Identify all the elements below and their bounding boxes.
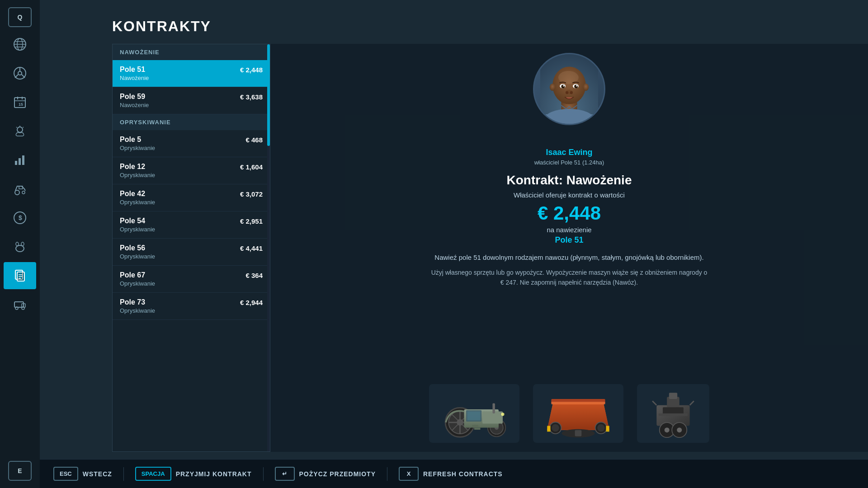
svg-point-23 xyxy=(22,191,25,194)
calendar-icon: 15 xyxy=(13,95,27,109)
contract-value: € 1,604 xyxy=(240,163,263,171)
contract-name: Pole 73 xyxy=(120,298,145,306)
contract-subtitle: Opryskiwanie xyxy=(120,307,263,314)
contract-subtitle: Nawożenie xyxy=(120,102,263,108)
svg-rect-87 xyxy=(606,426,609,432)
svg-point-6 xyxy=(18,71,22,75)
contract-value: € 4,441 xyxy=(240,244,263,252)
animals-icon xyxy=(13,239,27,254)
btn-pozycz[interactable]: ↵ POŻYCZ PRZEDMIOTY xyxy=(275,467,376,481)
dollar-icon: $ xyxy=(13,211,27,225)
contract-item-pole51[interactable]: Pole 51 € 2,448 Nawożenie xyxy=(113,60,270,87)
contract-for-text: na nawiezienie xyxy=(547,226,591,234)
btn-przyjmij[interactable]: SPACJA PRZYJMIJ KONTRAKT xyxy=(135,467,252,481)
sidebar-item-transport[interactable] xyxy=(4,291,36,318)
separator1 xyxy=(123,467,124,481)
svg-rect-68 xyxy=(493,404,495,414)
svg-rect-73 xyxy=(474,428,481,430)
sidebar-item-contracts[interactable] xyxy=(4,262,36,289)
label-refresh: REFRESH CONTRACTS xyxy=(423,470,503,478)
contract-title: Kontrakt: Nawożenie xyxy=(507,173,632,188)
bottom-bar: ESC WSTECZ SPACJA PRZYJMIJ KONTRAKT ↵ PO… xyxy=(40,459,868,488)
svg-rect-90 xyxy=(669,393,677,399)
svg-point-29 xyxy=(21,242,24,246)
contract-item-pole12[interactable]: Pole 12 € 1,604 Opryskiwanie xyxy=(113,157,270,184)
svg-text:15: 15 xyxy=(19,102,23,107)
contracts-icon xyxy=(13,268,27,283)
svg-line-18 xyxy=(16,127,17,128)
key-spacja: SPACJA xyxy=(135,467,171,481)
svg-rect-86 xyxy=(547,426,550,432)
key-x: X xyxy=(399,467,419,481)
person-name: Isaac Ewing xyxy=(546,148,592,157)
contract-value: € 2,448 xyxy=(240,66,263,74)
contract-item-pole56[interactable]: Pole 56 € 4,441 Opryskiwanie xyxy=(113,239,270,266)
sidebar-key-q[interactable]: Q xyxy=(8,7,32,27)
svg-point-52 xyxy=(570,91,573,94)
svg-rect-55 xyxy=(544,114,594,125)
sidebar-key-e[interactable]: E xyxy=(8,461,32,481)
category-header-nawozenie: NAWOŻENIE xyxy=(113,44,270,60)
sidebar-item-animals[interactable] xyxy=(4,233,36,260)
sidebar-item-vehicles[interactable] xyxy=(4,175,36,202)
transport-icon xyxy=(13,297,27,312)
svg-line-17 xyxy=(23,127,24,128)
svg-point-54 xyxy=(583,84,589,91)
svg-rect-20 xyxy=(19,158,21,165)
svg-point-47 xyxy=(574,84,578,88)
globe-icon xyxy=(13,37,27,52)
contract-name: Pole 59 xyxy=(120,93,145,101)
contract-item-pole59[interactable]: Pole 59 € 3,638 Nawożenie xyxy=(113,87,270,114)
contract-item-pole73[interactable]: Pole 73 € 2,944 Opryskiwanie xyxy=(113,293,270,320)
key-esc: ESC xyxy=(53,467,78,481)
svg-point-48 xyxy=(563,85,564,86)
sidebar-item-stats[interactable] xyxy=(4,146,36,174)
sidebar-item-finance[interactable]: $ xyxy=(4,204,36,231)
weather-icon xyxy=(13,124,27,138)
chart-icon xyxy=(13,153,27,167)
contract-item-pole67[interactable]: Pole 67 € 364 Opryskiwanie xyxy=(113,266,270,293)
contract-value: € 3,638 xyxy=(240,93,263,101)
contract-value: € 364 xyxy=(245,272,263,279)
label-wstecz: WSTECZ xyxy=(83,470,112,478)
svg-line-9 xyxy=(22,75,25,78)
contract-subtitle: Opryskiwanie xyxy=(120,253,263,260)
key-enter: ↵ xyxy=(275,467,295,481)
contract-name: Pole 5 xyxy=(120,136,141,144)
sidebar-item-steering[interactable] xyxy=(4,60,36,87)
contract-item-pole54[interactable]: Pole 54 € 2,951 Opryskiwanie xyxy=(113,211,270,239)
svg-point-27 xyxy=(16,245,24,252)
svg-rect-67 xyxy=(482,412,503,424)
avatar-portrait xyxy=(538,53,601,125)
contract-value: € 2,944 xyxy=(240,299,263,306)
svg-rect-35 xyxy=(14,302,24,307)
contract-field-name: Pole 51 xyxy=(555,235,583,245)
sidebar-item-weather[interactable] xyxy=(4,117,36,145)
scrollbar-thumb[interactable] xyxy=(267,44,270,146)
contract-item-pole5[interactable]: Pole 5 € 468 Opryskiwanie xyxy=(113,130,270,157)
person-subtitle: właściciel Pole 51 (1.24ha) xyxy=(534,159,604,166)
btn-wstecz[interactable]: ESC WSTECZ xyxy=(53,467,112,481)
steering-wheel-icon xyxy=(13,66,27,80)
contract-name: Pole 54 xyxy=(120,217,145,225)
contract-subtitle: Opryskiwanie xyxy=(120,226,263,233)
svg-rect-82 xyxy=(551,402,605,404)
contract-subtitle: Opryskiwanie xyxy=(120,280,263,287)
contract-value: € 3,072 xyxy=(240,190,263,198)
scrollbar-track xyxy=(267,44,270,451)
btn-refresh[interactable]: X REFRESH CONTRACTS xyxy=(399,467,503,481)
contract-name: Pole 67 xyxy=(120,271,145,279)
contract-name: Pole 51 xyxy=(120,66,145,74)
svg-point-22 xyxy=(15,190,19,195)
separator3 xyxy=(387,467,387,481)
svg-rect-70 xyxy=(467,412,481,421)
separator2 xyxy=(263,467,264,481)
contract-name: Pole 56 xyxy=(120,244,145,252)
sidebar-item-map[interactable] xyxy=(4,31,36,58)
svg-point-81 xyxy=(597,424,605,432)
contract-list[interactable]: NAWOŻENIE Pole 51 € 2,448 Nawożenie Pole… xyxy=(112,44,270,452)
contract-item-pole42[interactable]: Pole 42 € 3,072 Opryskiwanie xyxy=(113,184,270,211)
sidebar-item-calendar[interactable]: 15 xyxy=(4,89,36,116)
contract-subtitle: Opryskiwanie xyxy=(120,199,263,206)
category-header-opryskiwanie: OPRYSKIWANIE xyxy=(113,114,270,130)
